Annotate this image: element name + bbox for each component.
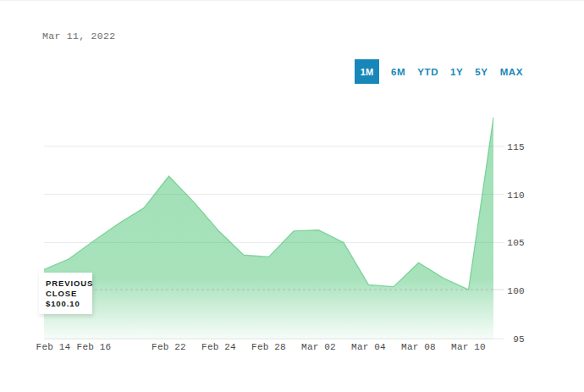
- price-area-chart[interactable]: 95100105110115Feb 14Feb 16Feb 22Feb 24Fe…: [0, 1, 584, 392]
- x-axis-label: Mar 02: [301, 342, 336, 352]
- y-axis-label: 110: [507, 190, 525, 201]
- y-axis-label: 115: [507, 142, 525, 152]
- previous-close-flag: PREVIOUS CLOSE $100.10: [39, 273, 92, 314]
- x-axis-label: Feb 22: [152, 342, 186, 352]
- y-axis-label: 100: [507, 286, 525, 296]
- x-axis-label: Feb 24: [201, 342, 236, 352]
- stock-chart-widget: Mar 11, 2022 1M6MYTD1Y5YMAX 951001051101…: [0, 0, 584, 392]
- x-axis-label: Mar 08: [401, 342, 436, 352]
- x-axis-label: Mar 04: [351, 342, 386, 352]
- y-axis-label: 105: [507, 238, 525, 248]
- x-axis-label: Feb 14: [36, 342, 71, 352]
- x-axis-label: Feb 28: [251, 342, 286, 352]
- x-axis-label: Feb 16: [77, 342, 112, 352]
- previous-close-flag-line2: CLOSE: [46, 289, 89, 299]
- y-axis-label: 95: [513, 334, 525, 345]
- previous-close-flag-line1: PREVIOUS: [46, 279, 89, 289]
- x-axis-label: Mar 10: [451, 342, 486, 352]
- previous-close-flag-value: $100.10: [46, 299, 89, 309]
